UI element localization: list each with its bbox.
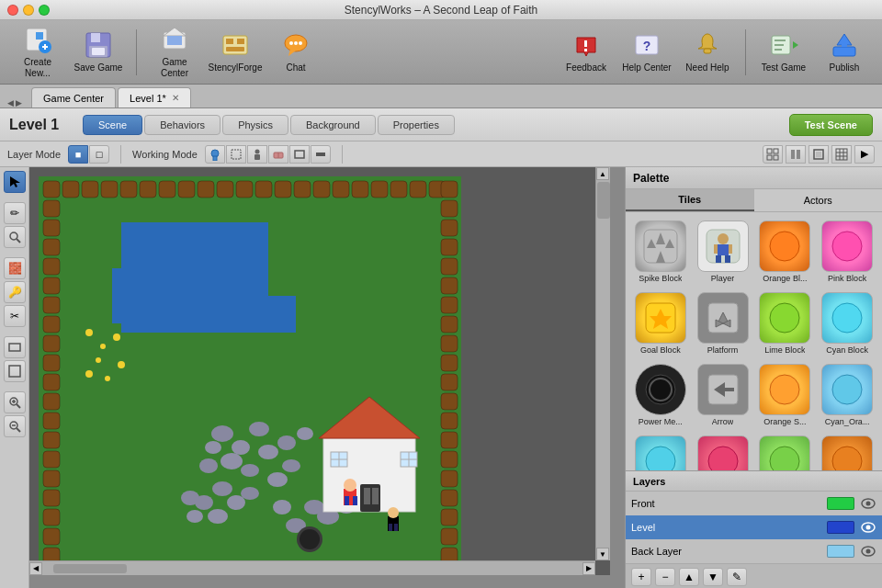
chat-button[interactable]: Chat [267, 25, 324, 80]
palette-item-spike-block[interactable]: Spike Block [631, 218, 690, 286]
wm-play-button[interactable]: ▶ [854, 145, 875, 164]
game-center-button[interactable]: Game Center [146, 25, 203, 80]
svg-point-19 [294, 41, 298, 45]
svg-point-183 [212, 481, 232, 496]
canvas-area[interactable]: ▲ ▼ ◀ ▶ [29, 167, 625, 588]
level1-tab-close[interactable]: ✕ [172, 93, 179, 103]
tab-nav-right[interactable]: ▶ [16, 98, 22, 107]
svg-point-185 [241, 487, 259, 500]
palette-item-cyan-ora[interactable]: Cyan_Ora... [818, 361, 876, 429]
tool-tile[interactable]: 🧱 [4, 257, 26, 279]
layer-row-level[interactable]: Level [626, 515, 882, 539]
tab-nav-left[interactable]: ◀ [7, 98, 14, 107]
tool-rect[interactable] [4, 336, 26, 358]
layer-move-down-button[interactable]: ▼ [703, 568, 723, 586]
modebar-separator-2 [342, 145, 343, 164]
level-label: Level 1 [9, 117, 64, 133]
wm-table-button[interactable] [831, 145, 852, 164]
wm-rect-button[interactable] [289, 145, 310, 164]
svg-rect-85 [275, 181, 291, 198]
layer-remove-button[interactable]: − [655, 568, 675, 586]
minimize-button[interactable] [23, 5, 34, 16]
palette-item-cyan-pin[interactable]: Cyan_Pin... [694, 433, 752, 470]
test-scene-button[interactable]: Test Scene [789, 114, 873, 136]
scroll-down-arrow[interactable]: ▼ [596, 548, 609, 560]
game-center-tab[interactable]: Game Center [31, 87, 116, 107]
create-new-button[interactable]: Create New... [9, 25, 66, 80]
horizontal-scrollbar[interactable]: ◀ ▶ [29, 560, 595, 575]
layer-add-button[interactable]: + [631, 568, 651, 586]
tool-zoom-in[interactable] [4, 391, 26, 413]
working-mode-label: Working Mode [132, 149, 198, 160]
wm-select-button[interactable] [226, 145, 246, 164]
palette-item-cyan-switch[interactable]: Cyan Switch [631, 433, 690, 470]
palette-item-cyan-block[interactable]: Cyan Block [818, 289, 876, 357]
svg-rect-73 [43, 181, 60, 198]
palette-tab-actors[interactable]: Actors [754, 189, 883, 211]
vscroll-thumb[interactable] [597, 182, 610, 219]
palette-item-orange-li[interactable]: Orange_Li... [818, 433, 876, 470]
tab-physics[interactable]: Physics [222, 115, 288, 135]
palette-item-pink-block[interactable]: Pink Block [818, 218, 876, 286]
vertical-scrollbar[interactable]: ▲ ▼ [595, 167, 610, 560]
palette-item-goal-block[interactable]: Goal Block [631, 289, 690, 357]
scroll-left-arrow[interactable]: ◀ [29, 562, 42, 575]
test-game-button[interactable]: Test Game [755, 25, 812, 80]
palette-item-cyan-lim[interactable]: Cyan_Lim... [756, 433, 815, 470]
close-button[interactable] [7, 5, 18, 16]
maximize-button[interactable] [39, 5, 50, 16]
wm-grid-button[interactable] [763, 145, 783, 164]
feedback-button[interactable]: Feedback [558, 25, 615, 80]
svg-point-169 [241, 464, 259, 477]
tool-square[interactable] [4, 360, 26, 382]
tab-behaviors[interactable]: Behaviors [144, 115, 220, 135]
wm-fill-button[interactable] [311, 145, 331, 164]
wm-snap-button[interactable] [786, 145, 806, 164]
layer-edit-button[interactable]: ✎ [727, 568, 747, 586]
tab-properties[interactable]: Properties [378, 115, 455, 135]
layer-mode-active-button[interactable]: □ [89, 145, 109, 164]
layer-back-visibility[interactable] [860, 545, 876, 558]
tab-scene[interactable]: Scene [83, 115, 142, 135]
palette-item-orange-block[interactable]: Orange Bl... [756, 218, 815, 286]
palette-tab-tiles[interactable]: Tiles [626, 189, 754, 211]
tool-pointer[interactable] [4, 171, 26, 193]
palette-item-platform[interactable]: Platform [694, 289, 752, 357]
scroll-up-arrow[interactable]: ▲ [596, 167, 609, 180]
svg-rect-83 [236, 181, 253, 198]
help-center-button[interactable]: ? Help Center [618, 25, 675, 80]
publish-button[interactable]: Publish [816, 25, 873, 80]
palette-item-player[interactable]: Player [694, 218, 752, 286]
tab-background[interactable]: Background [290, 115, 376, 135]
svg-rect-84 [255, 181, 272, 198]
tool-pencil[interactable]: ✏ [4, 202, 26, 224]
layer-front-visibility[interactable] [860, 497, 876, 510]
palette-item-arrow[interactable]: Arrow [694, 361, 752, 429]
level1-tab[interactable]: Level 1* ✕ [118, 87, 191, 107]
palette-item-power-me[interactable]: Power Me... [631, 361, 690, 429]
layer-row-front[interactable]: Front [626, 492, 882, 515]
need-help-button[interactable]: Need Help [679, 25, 736, 80]
wm-eraser-button[interactable] [268, 145, 288, 164]
power-me-name: Power Me... [639, 417, 683, 426]
svg-rect-128 [441, 432, 458, 448]
tool-zoom[interactable] [4, 226, 26, 248]
layer-mode-all-button[interactable]: ■ [68, 145, 88, 164]
wm-character-button[interactable] [247, 145, 267, 164]
layer-move-up-button[interactable]: ▲ [679, 568, 699, 586]
palette-item-orange-s[interactable]: Orange S... [756, 361, 815, 429]
svg-rect-77 [120, 181, 137, 198]
stencyl-forge-button[interactable]: StencylForge [207, 25, 264, 80]
layer-row-back[interactable]: Back Layer [626, 539, 882, 563]
tool-scissors[interactable]: ✂ [4, 305, 26, 327]
wm-place-button[interactable] [205, 145, 225, 164]
hscroll-thumb[interactable] [53, 564, 127, 573]
layer-level-visibility[interactable] [860, 521, 876, 534]
tool-zoom-out[interactable] [4, 415, 26, 437]
tool-key[interactable]: 🔑 [4, 281, 26, 303]
canvas-scroll[interactable]: ▲ ▼ ◀ ▶ [29, 167, 610, 575]
wm-fullscreen-button[interactable] [808, 145, 829, 164]
palette-item-lime-block[interactable]: Lime Block [756, 289, 815, 357]
save-game-button[interactable]: Save Game [70, 25, 127, 80]
scroll-right-arrow[interactable]: ▶ [582, 562, 595, 575]
